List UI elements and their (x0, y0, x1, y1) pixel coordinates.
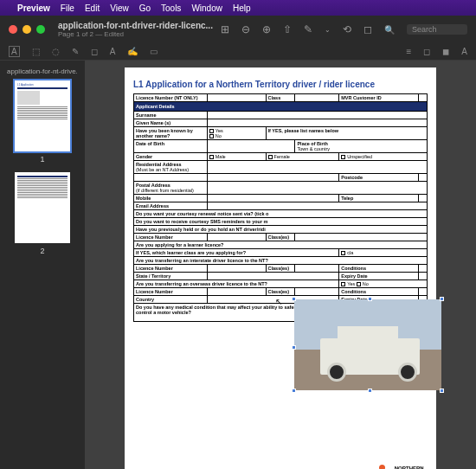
flower-icon (374, 465, 391, 469)
crop-icon[interactable]: ◻ (363, 23, 372, 35)
field-state: State / Territory (134, 273, 208, 280)
titlebar: application-for-nt-driver-rider-licenc..… (0, 16, 476, 43)
font-icon[interactable]: A (461, 47, 467, 56)
stroke-color-icon[interactable]: ◻ (423, 47, 430, 56)
shapes-tool-icon[interactable]: ◻ (91, 47, 98, 56)
menu-help[interactable]: Help (233, 3, 251, 13)
menu-tools[interactable]: Tools (161, 3, 181, 13)
field-surname: Surname (134, 112, 208, 119)
field-if-yes: If YES, please list names below (266, 127, 427, 140)
document-viewport[interactable]: L1 Application for a Northern Territory … (85, 61, 476, 469)
sign-tool-icon[interactable]: ✍ (127, 47, 138, 56)
cursor-icon: ↖ (275, 297, 282, 306)
note-tool-icon[interactable]: ▭ (150, 47, 158, 56)
q-interstate: Are you transferring an interstate drive… (134, 257, 428, 265)
section-applicant-details: Applicant Details (134, 102, 428, 112)
page-number-2: 2 (7, 247, 78, 255)
pen-tool-icon[interactable]: ✎ (72, 47, 79, 56)
share-icon[interactable]: ⇧ (283, 23, 292, 35)
field-conditions: Conditions (339, 265, 419, 273)
chevron-down-icon[interactable]: ⌄ (325, 26, 331, 34)
line-weight-icon[interactable]: ≡ (406, 47, 411, 56)
q-sms: Do you want to receive courtesy SMS remi… (134, 218, 428, 226)
field-licence-number: Licence Number (NT ONLY) (134, 94, 208, 102)
q-learner: Are you applying for a learner licence? (134, 241, 428, 249)
text-tool-icon[interactable]: A (9, 46, 20, 57)
window-title: application-for-nt-driver-rider-licenc..… (58, 21, 221, 30)
menubar: Preview File Edit View Go Tools Window H… (0, 0, 476, 16)
select-tool-icon[interactable]: ⬚ (32, 47, 40, 56)
nt-gov-logo: NORTHERNTERRITORYGOVERNMENT (374, 465, 424, 469)
menu-view[interactable]: View (110, 3, 129, 13)
q-overseas: Are you transferring an overseas driver … (134, 280, 339, 288)
markup-toolbar: A ⬚ ◌ ✎ ◻ A ✍ ▭ ≡ ◻ ◼ A (0, 43, 476, 61)
q-renewal-notice: Do you want your courtesy renewal notice… (134, 210, 428, 218)
menu-window[interactable]: Window (191, 3, 222, 13)
field-mvr: MVR Customer ID (339, 94, 419, 102)
menu-go[interactable]: Go (139, 3, 151, 13)
field-given-name: Given Name (s) (134, 119, 208, 127)
markup-icon[interactable]: ✎ (304, 23, 312, 35)
field-known-by: Have you been known by another name? (134, 127, 208, 140)
field-email: Email Address (134, 202, 208, 210)
minimize-button[interactable] (23, 25, 31, 34)
field-class: Class (266, 94, 295, 102)
q-learner-class: If YES, which learner class are you appl… (134, 249, 339, 257)
fill-color-icon[interactable]: ◼ (442, 47, 449, 56)
view-icon[interactable]: ⊞ (221, 23, 229, 35)
lasso-tool-icon[interactable]: ◌ (52, 47, 60, 56)
zoom-out-icon[interactable]: ⊖ (241, 23, 250, 35)
zoom-in-icon[interactable]: ⊕ (262, 23, 271, 35)
field-mobile: Mobile (134, 195, 208, 202)
thumbnail-page-1[interactable]: L1 Application (15, 80, 70, 151)
form-title: L1 Application for a Northern Territory … (133, 80, 428, 89)
pdf-page: L1 Application for a Northern Territory … (125, 67, 436, 469)
field-country: Country (134, 296, 208, 304)
field-telephone: Telep (339, 195, 419, 202)
thumbnail-sidebar: application-for-nt-drive... L1 Applicati… (0, 61, 85, 469)
close-button[interactable] (9, 25, 17, 34)
field-post-addr: Postal Address(if different from residen… (134, 182, 208, 195)
maximize-button[interactable] (36, 25, 45, 34)
rotate-icon[interactable]: ⟲ (343, 23, 351, 35)
window-subtitle: Page 1 of 2 — Edited (58, 30, 221, 38)
field-expiry: Expiry Date (339, 273, 419, 280)
page-number-1: 1 (7, 155, 78, 164)
thumbnail-page-2[interactable] (15, 172, 70, 243)
search-input[interactable]: Search (407, 24, 467, 35)
field-dob: Date of Birth (134, 140, 208, 153)
menu-app[interactable]: Preview (17, 3, 50, 13)
field-postcode: Postcode (339, 174, 419, 182)
pasted-car-image[interactable] (294, 299, 441, 390)
field-licence-number-2: Licence Number (134, 234, 208, 241)
field-gender: Gender (134, 153, 208, 161)
search-icon: 🔍 (384, 25, 395, 35)
menu-edit[interactable]: Edit (85, 3, 100, 13)
traffic-lights (9, 25, 45, 34)
text-tool2-icon[interactable]: A (110, 47, 116, 56)
menu-file[interactable]: File (61, 3, 74, 13)
q-previous-licence: Have you previously held or do you hold … (134, 226, 428, 234)
sidebar-tab[interactable]: application-for-nt-drive... (7, 67, 78, 75)
field-res-addr: Residential Address(Must be an NT Addres… (134, 161, 208, 174)
